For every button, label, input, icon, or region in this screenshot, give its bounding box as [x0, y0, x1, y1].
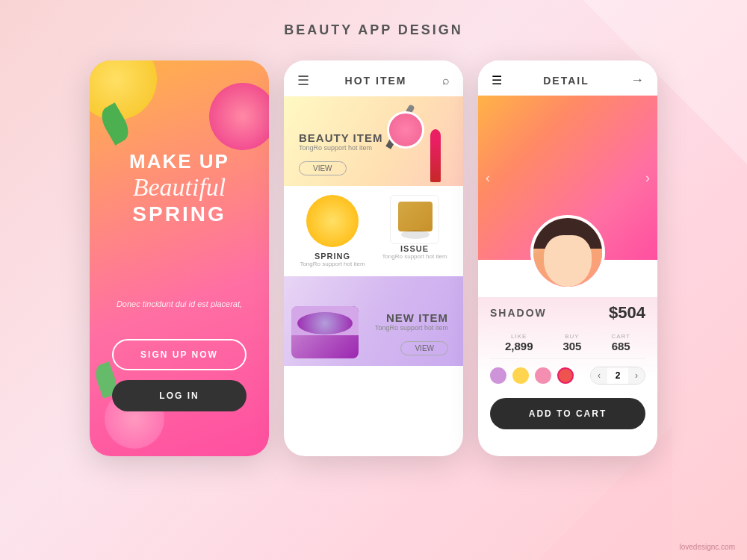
menu-icon[interactable]: ☰: [297, 72, 309, 89]
lipstick-decor: [430, 141, 441, 182]
deco-circle-pink: [209, 83, 269, 150]
phone2-title: HOT ITEM: [345, 75, 407, 87]
phone-detail: ☰ DETAIL → ‹ › SHADOW $504 LIKE 2: [478, 60, 657, 456]
phone3-hero-banner: ‹ ›: [478, 96, 657, 260]
detail-product-name: SHADOW: [490, 307, 547, 319]
phone2-header: ☰ HOT ITEM ⌕: [284, 60, 463, 96]
headline-spring: SPRING: [90, 202, 269, 227]
quantity-decrease-button[interactable]: ‹: [591, 367, 607, 384]
banner1-view-button[interactable]: VIEW: [299, 161, 347, 175]
subtitle-text: Donec tincidunt dui id est placerat,: [90, 299, 269, 308]
main-text-block: MAKE UP Beautiful SPRING: [90, 150, 269, 226]
banner2-subtitle: TongRo support hot item: [375, 324, 448, 332]
blush-decor: [387, 111, 424, 149]
banner2-text: NEW ITEM TongRo support hot item: [375, 311, 448, 332]
issue-product-name: ISSUE: [400, 244, 429, 253]
model-face-skin: [544, 235, 592, 287]
swatch-yellow[interactable]: [512, 367, 529, 384]
buy-stat: BUY 305: [562, 333, 581, 352]
lipstick-top-decor: [430, 129, 441, 143]
headline-beautiful: Beautiful: [90, 173, 269, 201]
product-issue: ISSUE TongRo support hot item: [378, 195, 451, 267]
products-grid: SPRING TongRo support hot item ISSUE Ton…: [284, 186, 463, 276]
spring-product-name: SPRING: [314, 252, 350, 261]
swatch-pink[interactable]: [535, 367, 551, 384]
search-icon[interactable]: ⌕: [442, 74, 450, 87]
next-chevron-icon[interactable]: ›: [645, 170, 650, 186]
model-face: [533, 218, 602, 287]
spring-product-subtitle: TongRo support hot item: [300, 261, 365, 267]
login-button[interactable]: LOG IN: [112, 380, 247, 411]
issue-product-inner: [398, 202, 433, 231]
like-value: 2,899: [505, 340, 533, 352]
banner-new-item: NEW ITEM TongRo support hot item VIEW: [284, 276, 463, 366]
headline-makeup: MAKE UP: [90, 150, 269, 173]
like-stat: LIKE 2,899: [505, 333, 533, 352]
issue-product-image: [390, 195, 439, 244]
signup-button[interactable]: SIGN UP NOW: [112, 339, 247, 370]
stats-row: LIKE 2,899 BUY 305 CART 685: [490, 327, 645, 359]
phone3-menu-icon[interactable]: ☰: [492, 73, 502, 87]
phone3-title: DETAIL: [543, 75, 589, 87]
banner1-decor: [351, 96, 463, 186]
like-label: LIKE: [511, 333, 527, 340]
phone3-arrow-icon[interactable]: →: [630, 72, 644, 88]
spring-product-image: [306, 195, 359, 247]
banner2-view-button[interactable]: VIEW: [400, 341, 448, 355]
banner-beauty-item: BEAUTY ITEM TongRo support hot item VIEW: [284, 96, 463, 186]
deco-circle-yellow: [90, 60, 157, 120]
detail-product-price: $504: [609, 303, 645, 323]
cart-stat: CART 685: [611, 333, 630, 352]
cart-label: CART: [611, 333, 630, 340]
phone-signup: MAKE UP Beautiful SPRING Donec tincidunt…: [90, 60, 269, 456]
banner2-title: NEW ITEM: [375, 311, 448, 324]
eyeshadow-inner: [297, 312, 353, 335]
prev-chevron-icon[interactable]: ‹: [486, 170, 490, 186]
quantity-increase-button[interactable]: ›: [628, 367, 645, 384]
cart-value: 685: [612, 340, 630, 352]
swatch-purple[interactable]: [490, 367, 506, 384]
color-swatches-row: ‹ 2 ›: [490, 359, 645, 392]
add-to-cart-button[interactable]: ADD TO CART: [490, 398, 645, 429]
phones-container: MAKE UP Beautiful SPRING Donec tincidunt…: [0, 60, 747, 456]
phone3-product-info: SHADOW $504 LIKE 2,899 BUY 305 CART 685: [478, 297, 657, 429]
issue-product-shadow: [401, 230, 430, 239]
buy-value: 305: [562, 340, 581, 352]
swatch-red[interactable]: [557, 367, 574, 384]
issue-product-subtitle: TongRo support hot item: [382, 253, 447, 260]
buy-label: BUY: [565, 333, 579, 340]
watermark: lovedesignc.com: [680, 543, 735, 551]
quantity-value: 2: [607, 370, 628, 381]
phone3-header: ☰ DETAIL →: [478, 60, 657, 96]
eyeshadow-decor: [291, 306, 359, 358]
quantity-selector: ‹ 2 ›: [590, 367, 645, 385]
product-name-price: SHADOW $504: [490, 297, 645, 327]
phone-hot-item: ☰ HOT ITEM ⌕ BEAUTY ITEM TongRo support …: [284, 60, 463, 456]
model-avatar: [530, 215, 605, 290]
product-spring: SPRING TongRo support hot item: [296, 195, 369, 267]
